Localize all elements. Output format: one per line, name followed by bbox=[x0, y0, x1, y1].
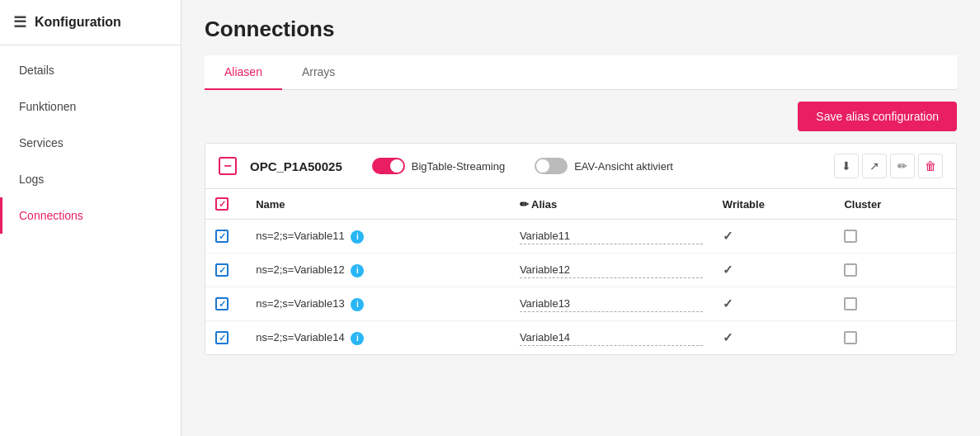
table-row: ns=2;s=Variable11 i ✓ bbox=[205, 220, 956, 254]
row-name-1: ns=2;s=Variable12 i bbox=[246, 254, 510, 287]
table-row: ns=2;s=Variable13 i ✓ bbox=[205, 287, 956, 321]
delete-button[interactable]: 🗑 bbox=[918, 154, 943, 178]
th-cluster: Cluster bbox=[834, 189, 956, 220]
info-icon-1[interactable]: i bbox=[351, 264, 364, 277]
info-icon-3[interactable]: i bbox=[351, 332, 364, 345]
writable-check-icon: ✓ bbox=[723, 296, 733, 310]
cluster-checkbox-1[interactable] bbox=[844, 263, 857, 277]
hamburger-icon[interactable]: ☰ bbox=[13, 13, 26, 31]
connection-name: OPC_P1A50025 bbox=[250, 159, 342, 173]
row-checkbox-2[interactable] bbox=[215, 297, 229, 310]
row-alias-0[interactable] bbox=[510, 220, 713, 254]
alias-table: Name ✏ Alias Writable Cluster ns=2;s=Var… bbox=[205, 189, 956, 354]
table-row: ns=2;s=Variable14 i ✓ bbox=[205, 321, 956, 355]
import-button[interactable]: ⬇ bbox=[834, 154, 859, 178]
bigtable-label: BigTable-Streaming bbox=[412, 160, 505, 173]
connection-header: − OPC_P1A50025 BigTable-Streaming EAV-An… bbox=[205, 144, 956, 189]
connection-card: − OPC_P1A50025 BigTable-Streaming EAV-An… bbox=[205, 143, 957, 355]
info-icon-2[interactable]: i bbox=[351, 298, 364, 311]
th-checkbox-cell bbox=[205, 189, 246, 220]
row-alias-2[interactable] bbox=[510, 287, 713, 321]
edit-icon: ✏ bbox=[898, 159, 907, 173]
eav-toggle[interactable] bbox=[535, 158, 568, 174]
row-writable-2: ✓ bbox=[713, 287, 835, 321]
minus-icon: − bbox=[224, 159, 231, 173]
export-icon: ↗ bbox=[869, 159, 879, 173]
row-cluster-3 bbox=[834, 321, 956, 355]
row-cluster-1 bbox=[834, 254, 956, 287]
table-row: ns=2;s=Variable12 i ✓ bbox=[205, 254, 956, 287]
alias-input-2[interactable] bbox=[520, 296, 703, 312]
main-content: Connections Aliasen Arrays Save alias co… bbox=[181, 0, 980, 436]
table-body: ns=2;s=Variable11 i ✓ ns=2;s=Variable12 … bbox=[205, 220, 956, 355]
writable-check-icon: ✓ bbox=[723, 263, 733, 277]
cluster-checkbox-3[interactable] bbox=[844, 331, 857, 344]
eav-label: EAV-Ansicht aktiviert bbox=[574, 160, 673, 173]
row-checkbox-cell bbox=[205, 287, 246, 321]
row-writable-3: ✓ bbox=[713, 321, 835, 355]
alias-input-3[interactable] bbox=[520, 329, 703, 346]
bigtable-toggle[interactable] bbox=[372, 158, 405, 174]
cluster-checkbox-2[interactable] bbox=[844, 297, 857, 310]
sidebar: ☰ Konfiguration Details Funktionen Servi… bbox=[0, 0, 181, 436]
tab-arrays[interactable]: Arrays bbox=[282, 55, 355, 90]
page-title: Connections bbox=[205, 17, 957, 42]
th-name: Name bbox=[246, 189, 510, 220]
row-alias-1[interactable] bbox=[510, 254, 713, 287]
writable-check-icon: ✓ bbox=[723, 229, 733, 243]
row-checkbox-cell bbox=[205, 321, 246, 355]
bigtable-toggle-group: BigTable-Streaming bbox=[372, 158, 505, 174]
th-writable: Writable bbox=[713, 189, 835, 220]
pencil-icon: ✏ bbox=[520, 198, 531, 211]
row-writable-1: ✓ bbox=[713, 254, 835, 287]
sidebar-title: Konfiguration bbox=[35, 15, 121, 30]
row-name-2: ns=2;s=Variable13 i bbox=[246, 287, 510, 321]
tabs-bar: Aliasen Arrays bbox=[205, 55, 957, 90]
save-alias-button[interactable]: Save alias configuration bbox=[798, 102, 957, 131]
edit-button[interactable]: ✏ bbox=[890, 154, 915, 178]
row-name-0: ns=2;s=Variable11 i bbox=[246, 220, 510, 254]
row-checkbox-1[interactable] bbox=[215, 263, 229, 277]
sidebar-item-services[interactable]: Services bbox=[0, 125, 181, 161]
sidebar-item-connections[interactable]: Connections bbox=[0, 197, 181, 234]
import-icon: ⬇ bbox=[841, 159, 851, 173]
sidebar-nav: Details Funktionen Services Logs Connect… bbox=[0, 52, 181, 234]
sidebar-header: ☰ Konfiguration bbox=[0, 0, 181, 45]
cluster-checkbox-0[interactable] bbox=[844, 230, 857, 243]
sidebar-item-details[interactable]: Details bbox=[0, 52, 181, 88]
row-cluster-2 bbox=[834, 287, 956, 321]
row-alias-3[interactable] bbox=[510, 321, 713, 355]
alias-input-0[interactable] bbox=[520, 228, 703, 244]
save-bar: Save alias configuration bbox=[205, 90, 957, 143]
alias-input-1[interactable] bbox=[520, 262, 703, 278]
delete-icon: 🗑 bbox=[925, 159, 936, 173]
table-header-row: Name ✏ Alias Writable Cluster bbox=[205, 189, 956, 220]
row-name-3: ns=2;s=Variable14 i bbox=[246, 321, 510, 355]
writable-check-icon: ✓ bbox=[723, 330, 733, 344]
sidebar-item-funktionen[interactable]: Funktionen bbox=[0, 88, 181, 125]
collapse-button[interactable]: − bbox=[219, 157, 237, 175]
eav-toggle-group: EAV-Ansicht aktiviert bbox=[535, 158, 673, 174]
row-checkbox-cell bbox=[205, 220, 246, 254]
row-writable-0: ✓ bbox=[713, 220, 835, 254]
row-checkbox-0[interactable] bbox=[215, 230, 229, 243]
row-cluster-0 bbox=[834, 220, 956, 254]
row-checkbox-3[interactable] bbox=[215, 331, 229, 344]
connection-actions: ⬇ ↗ ✏ 🗑 bbox=[834, 154, 943, 178]
tab-aliasen[interactable]: Aliasen bbox=[205, 55, 282, 90]
row-checkbox-cell bbox=[205, 254, 246, 287]
info-icon-0[interactable]: i bbox=[351, 230, 364, 244]
th-alias: ✏ Alias bbox=[510, 189, 713, 220]
export-button[interactable]: ↗ bbox=[862, 154, 887, 178]
select-all-checkbox[interactable] bbox=[215, 197, 229, 211]
sidebar-item-logs[interactable]: Logs bbox=[0, 161, 181, 197]
